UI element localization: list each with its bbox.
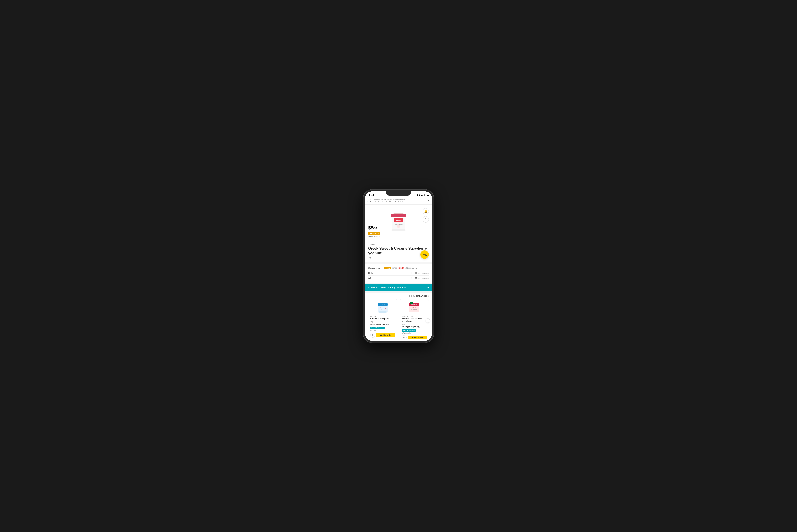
coles-card-name: Strawberry Yoghurt [370, 318, 395, 320]
back-button[interactable]: ‹ [367, 199, 368, 203]
cheaper-text: 4 cheaper options – save $1.50 more! [368, 286, 406, 289]
svg-point-21 [378, 311, 387, 313]
cheaper-chevron-icon: ▾ [428, 286, 429, 289]
show-bar: SHOW: SIMILAR SIZE ▾ [368, 295, 429, 297]
phone-frame: 9:41 ▲▲▲ ◈ ▬ ‹ All Departments / Package… [363, 189, 434, 343]
store-name-coles: Coles [368, 272, 384, 274]
product-info-section: JALNA Greek Sweet & Creamy Strawberry yo… [365, 241, 432, 262]
woolworths-compare-button[interactable]: ⊕ [402, 335, 406, 339]
coles-add-to-list-button[interactable]: ☰ Add to list [376, 333, 395, 337]
status-time: 9:41 [369, 194, 374, 196]
breadcrumb: All Departments / Packaged & Ready Meals… [370, 199, 425, 203]
coles-product-image-area: yoghurt Strawberry Yoghurt [370, 301, 395, 315]
woolworths-at-store: at Woolworths [402, 332, 427, 334]
normal-price-aldi: $7.70 ($7.70 per kg) [411, 277, 429, 279]
phone-screen: 9:41 ▲▲▲ ◈ ▬ ‹ All Departments / Package… [365, 191, 432, 341]
content-scroll[interactable]: Jalna GREEK STRAWBERRY 🔔 ⤴ $5 [365, 205, 432, 339]
woolworths-save-badge: Save $1.50 more [402, 329, 416, 331]
woolworths-card-size: 1kg [402, 323, 427, 325]
close-button[interactable]: ✕ [427, 199, 430, 202]
svg-text:GREEK: GREEK [396, 222, 401, 224]
svg-point-9 [397, 224, 400, 228]
woolworths-add-to-list-button[interactable]: ☰ Add to list [407, 336, 427, 339]
save-badge: Save $2.70 [368, 232, 380, 235]
original-price-woolworths: $7.00 [393, 267, 398, 269]
store-row-coles: Coles $7.70 ($7.70 per kg) [368, 271, 429, 276]
product-image: Jalna GREEK STRAWBERRY [387, 210, 410, 235]
woolworths-card-store: WOOLWORTHS [402, 316, 427, 317]
bell-button[interactable]: 🔔 [422, 208, 429, 214]
svg-text:yoghurt: yoghurt [381, 304, 385, 305]
svg-point-3 [392, 229, 405, 231]
svg-text:Strawberry: Strawberry [411, 304, 417, 305]
coles-card-size: 1kg [370, 321, 395, 323]
product-hero: Jalna GREEK STRAWBERRY 🔔 ⤴ $5 [365, 205, 432, 241]
svg-text:Yoghurt: Yoghurt [412, 307, 416, 308]
svg-text:W: W [411, 303, 412, 304]
wifi-icon: ◈ [424, 194, 426, 196]
svg-text:98% Fat Free: 98% Fat Free [412, 309, 417, 310]
coles-compare-button[interactable]: ⊕ [370, 332, 375, 338]
woolworths-card-price: $3.50 ($3.50 per kg) [402, 325, 427, 328]
coles-card-store: COLES [370, 316, 395, 317]
svg-text:Strawberry: Strawberry [379, 307, 386, 309]
store-row-aldi: Aldi $7.70 ($7.70 per kg) [368, 276, 429, 280]
at-store-label: at Woolworths [368, 235, 380, 237]
status-icons: ▲▲▲ ◈ ▬ [416, 194, 429, 196]
svg-text:Yoghurt: Yoghurt [381, 309, 384, 310]
notch [386, 191, 411, 195]
coles-card-actions: ⊕ ☰ Add to list [370, 332, 395, 338]
add-to-list-fab[interactable] [420, 250, 429, 259]
show-value: SIMILAR SIZE [416, 295, 428, 297]
show-chevron-icon[interactable]: ▾ [428, 295, 429, 297]
nav-bar: ‹ All Departments / Packaged & Ready Mea… [365, 197, 432, 205]
list-icon: ☰ [380, 334, 382, 336]
coles-save-badge: Save $1.50 more [370, 327, 385, 329]
normal-price-coles: $7.70 ($7.70 per kg) [411, 272, 429, 274]
share-button[interactable]: ⤴ [422, 216, 429, 223]
signal-icon: ▲▲▲ [416, 194, 423, 196]
coles-at-store: at Coles [370, 330, 395, 331]
next-products-button[interactable]: › [426, 318, 430, 323]
coles-card-price: $3.50 ($3.50 per kg) [370, 323, 395, 325]
store-row-woolworths: Woolworths 29% off $7.00 $5.00 ($5.00 pe… [368, 266, 429, 271]
products-row: yoghurt Strawberry Yoghurt COLES Strawbe… [368, 299, 429, 339]
per-kg-woolworths: ($5.00 per kg) [405, 267, 417, 269]
store-name-woolworths: Woolworths [368, 267, 384, 269]
current-price-woolworths: $5.00 [398, 267, 404, 269]
product-card-coles: yoghurt Strawberry Yoghurt COLES Strawbe… [368, 299, 397, 339]
store-name-aldi: Aldi [368, 277, 384, 279]
product-price: $500 [368, 225, 380, 231]
product-card-woolworths: Strawberry Yoghurt 98% Fat Free W WOOLWO… [400, 299, 429, 339]
show-label: SHOW: [409, 295, 415, 297]
list-plus-icon [422, 252, 427, 256]
price-comparison: Woolworths 29% off $7.00 $5.00 ($5.00 pe… [365, 264, 432, 283]
woolworths-card-name: 98% Fat Free Yoghurt Strawberry [402, 318, 427, 323]
battery-icon: ▬ [427, 194, 429, 196]
brand-label: JALNA [368, 244, 429, 246]
woolworths-card-actions: ⊕ ☰ Add to list [402, 335, 427, 339]
svg-text:Jalna: Jalna [396, 219, 401, 221]
similar-section: SHOW: SIMILAR SIZE ▾ yoghurt S [365, 293, 432, 339]
action-icons: 🔔 ⤴ [422, 208, 429, 223]
discount-badge-woolworths: 29% off [384, 267, 391, 269]
list-icon-w: ☰ [412, 337, 413, 339]
woolworths-product-image: Strawberry Yoghurt 98% Fat Free W [408, 302, 420, 314]
product-size: 1kg [368, 256, 429, 259]
price-area: $500 Save $2.70 at Woolworths [368, 225, 380, 237]
woolworths-product-image-area: Strawberry Yoghurt 98% Fat Free W [402, 301, 427, 315]
coles-product-image: yoghurt Strawberry Yoghurt [377, 302, 389, 314]
product-name: Greek Sweet & Creamy Strawberry yoghurt [368, 246, 429, 256]
cheaper-options-banner[interactable]: 4 cheaper options – save $1.50 more! ▾ [365, 284, 432, 291]
